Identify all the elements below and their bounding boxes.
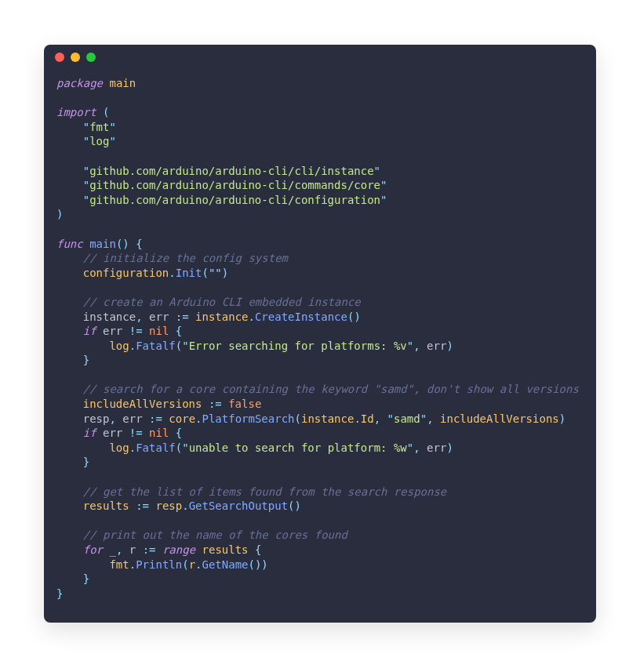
token-punc: )	[56, 208, 63, 220]
token-white	[56, 412, 83, 425]
code-line: log.Fatalf("Error searching for platform…	[56, 339, 584, 354]
code-line: // create an Arduino CLI embedded instan…	[56, 295, 584, 310]
token-ident: fmt	[109, 558, 129, 571]
token-white	[380, 412, 387, 425]
code-line: "log"	[56, 134, 584, 149]
token-strq: "	[215, 267, 221, 279]
token-const: false	[228, 398, 261, 410]
token-white	[56, 165, 83, 177]
token-punc: }	[83, 456, 89, 468]
token-white	[122, 543, 129, 556]
token-punc: ,	[374, 412, 380, 425]
code-line: if err != nil {	[56, 426, 584, 441]
code-line: resp, err := core.PlatformSearch(instanc…	[56, 412, 584, 427]
token-ident: resp	[155, 499, 182, 512]
token-punc: {	[255, 543, 261, 556]
token-strq: "	[109, 135, 115, 147]
token-punc: )	[446, 441, 453, 454]
token-comment: // create an Arduino CLI embedded instan…	[83, 296, 361, 308]
token-call: main	[89, 238, 116, 250]
token-punc: .	[129, 558, 136, 571]
token-white	[96, 427, 103, 439]
token-strq: "	[83, 165, 89, 177]
token-punc: ()	[288, 499, 301, 512]
token-punc: ,	[413, 441, 420, 454]
token-punc: .	[169, 267, 175, 279]
token-punc: {	[136, 238, 142, 250]
token-punc: :=	[149, 412, 162, 425]
code-line	[56, 91, 584, 106]
token-str: Error searching for platforms: %v	[189, 340, 407, 352]
token-call: GetName	[202, 558, 249, 571]
token-white	[56, 311, 83, 323]
token-ident: log	[109, 441, 129, 454]
token-varname: err	[427, 340, 446, 352]
code-line	[56, 470, 584, 485]
token-strq: "	[407, 340, 413, 352]
token-varname: err	[103, 427, 122, 439]
token-punc: ,	[136, 311, 142, 323]
token-call: Fatalf	[136, 441, 176, 454]
token-white	[143, 412, 149, 425]
code-line: "github.com/arduino/arduino-cli/cli/inst…	[56, 164, 584, 179]
token-strq: "	[83, 179, 89, 191]
token-ident: Id	[361, 412, 374, 425]
code-line	[56, 368, 584, 383]
token-varname: err	[122, 412, 142, 425]
token-const: nil	[149, 427, 169, 439]
token-punc: :=	[143, 543, 156, 556]
token-varname: instance	[83, 311, 136, 323]
token-punc: ,	[109, 412, 115, 425]
token-white	[56, 572, 83, 585]
token-white	[122, 325, 129, 337]
code-line: // print out the name of the cores found	[56, 528, 584, 543]
code-line	[56, 280, 584, 295]
token-call: PlatformSearch	[202, 412, 295, 425]
token-strq: "	[380, 179, 387, 191]
token-white	[202, 398, 208, 410]
token-ident: includeAllVersions	[440, 412, 559, 425]
token-white	[56, 383, 83, 395]
code-block: package main import ( "fmt" "log" "githu…	[44, 70, 596, 610]
token-punc: (	[103, 106, 109, 118]
token-white	[195, 543, 202, 556]
token-punc: (	[176, 340, 182, 352]
token-white	[129, 499, 136, 512]
code-line: }	[56, 353, 584, 368]
token-ident: main	[109, 77, 136, 89]
token-punc: )	[559, 412, 565, 425]
code-window: package main import ( "fmt" "log" "githu…	[44, 45, 596, 623]
token-comment: // initialize the config system	[83, 252, 288, 264]
code-line: )	[56, 207, 584, 222]
code-line: log.Fatalf("unable to search for platfor…	[56, 441, 584, 456]
token-call: Fatalf	[136, 340, 176, 352]
maximize-icon[interactable]	[86, 53, 96, 62]
token-varname: resp	[83, 412, 110, 425]
token-strq: "	[380, 194, 387, 206]
token-punc: :=	[176, 311, 189, 323]
token-white	[56, 558, 109, 571]
token-call: GetSearchOutput	[189, 499, 288, 512]
token-str: log	[89, 135, 109, 147]
token-white	[420, 340, 427, 352]
token-white	[189, 311, 195, 323]
code-line: "github.com/arduino/arduino-cli/commands…	[56, 178, 584, 193]
token-str: github.com/arduino/arduino-cli/commands/…	[89, 179, 380, 191]
code-line: "github.com/arduino/arduino-cli/configur…	[56, 193, 584, 208]
token-punc: ())	[249, 558, 268, 571]
token-punc: .	[195, 412, 202, 425]
close-icon[interactable]	[55, 53, 64, 62]
token-punc: {	[176, 427, 182, 439]
token-ident: results	[83, 499, 129, 512]
token-white	[56, 499, 83, 512]
token-white	[169, 427, 175, 439]
token-strq: "	[83, 194, 89, 206]
token-white	[56, 456, 83, 468]
token-white	[222, 398, 228, 410]
token-white	[156, 543, 162, 556]
code-line	[56, 222, 584, 237]
minimize-icon[interactable]	[71, 53, 80, 62]
token-punc: }	[56, 587, 63, 600]
token-varname: err	[149, 311, 169, 323]
token-comment: // search for a core containing the keyw…	[83, 383, 579, 395]
